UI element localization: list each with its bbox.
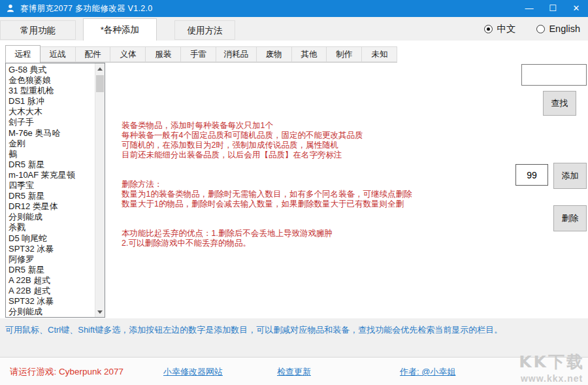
- list-item[interactable]: DS1 脉冲: [6, 96, 95, 107]
- main-tab[interactable]: 使用方法: [174, 20, 235, 40]
- instruction-line: 装备类物品，添加时每种装备每次只加1个: [122, 121, 412, 131]
- list-item[interactable]: DR5 新星: [6, 159, 95, 170]
- category-tab[interactable]: 消耗品: [216, 46, 257, 62]
- instruction-line: 每种装备一般有4个固定品质和可随机品质，固定的不能更改其品质: [122, 131, 412, 141]
- category-tab[interactable]: 义体: [110, 46, 146, 62]
- instruction-line: 目前还未能细分出装备品质，以后会用【品质】在名字旁标注: [122, 150, 412, 160]
- list-item[interactable]: 鵺: [6, 149, 95, 159]
- website-link[interactable]: 小幸修改器网站: [163, 366, 223, 378]
- instruction-line: 2.可以删除游戏中不能丢弃的物品。: [122, 239, 412, 248]
- category-tab[interactable]: 废物: [257, 46, 292, 62]
- list-item[interactable]: SPT32 冰暴: [6, 244, 95, 254]
- radio-chinese[interactable]: 中文: [484, 23, 515, 35]
- weapon-list: G-58 典式金色狼婆娘31 型重机枪DS1 脉冲大木大木刽子手M-76e 奥马…: [6, 63, 95, 317]
- list-item[interactable]: A 22B 超式: [6, 275, 95, 286]
- scrollbar[interactable]: [95, 63, 105, 317]
- category-tab[interactable]: 未知: [362, 46, 397, 62]
- footer-bar: 请运行游戏: Cyberpunk 2077 小幸修改器网站 检查更新 作者: @…: [0, 357, 588, 385]
- maximize-button[interactable]: ☐: [541, 0, 564, 17]
- instructions-text: 装备类物品，添加时每种装备每次只加1个每种装备一般有4个固定品质和可随机品质，固…: [122, 121, 412, 248]
- kkx-url: www.kkx.net: [519, 373, 585, 384]
- instruction-line: 删除方法：: [122, 180, 412, 190]
- radio-unselected-icon: [536, 25, 545, 33]
- list-item[interactable]: DR5 新星: [6, 191, 95, 201]
- category-tab[interactable]: 远程: [5, 45, 41, 63]
- minimize-button[interactable]: —: [517, 0, 541, 17]
- category-tab[interactable]: 服装: [146, 46, 181, 62]
- main-tab[interactable]: *各种添加: [83, 18, 157, 41]
- instruction-line: [122, 160, 412, 170]
- search-input[interactable]: [521, 64, 587, 86]
- list-item[interactable]: M-76e 奥马哈: [6, 128, 95, 139]
- radio-english-label: English: [549, 24, 580, 34]
- window-controls: — ☐ ✕: [517, 0, 588, 17]
- add-button[interactable]: 添加: [553, 163, 587, 189]
- list-item[interactable]: 金刚: [6, 139, 95, 149]
- instruction-line: [122, 170, 412, 180]
- radio-chinese-label: 中文: [497, 23, 515, 35]
- list-item[interactable]: D5 响尾蛇: [6, 233, 95, 244]
- list-item[interactable]: A 22B 超式: [6, 286, 95, 296]
- instruction-line: 本功能比起丢弃的优点：1.删除后不会丢地上导致游戏臃肿: [122, 229, 412, 239]
- scroll-up-icon[interactable]: [95, 63, 105, 74]
- list-item[interactable]: 四季宝: [6, 180, 95, 191]
- instruction-line: 数量大于1的物品，删除时会减去输入数量，如果删除数量大于已有数量则全删: [122, 199, 412, 209]
- update-link[interactable]: 检查更新: [277, 366, 311, 378]
- titlebar: 赛博朋克2077 多功能修改器 V1.2.0 — ☐ ✕: [0, 0, 588, 17]
- category-tab[interactable]: 配件: [76, 46, 111, 62]
- radio-selected-icon: [484, 25, 493, 33]
- weapon-listbox: G-58 典式金色狼婆娘31 型重机枪DS1 脉冲大木大木刽子手M-76e 奥马…: [5, 63, 105, 318]
- list-item[interactable]: G-58 典式: [6, 65, 95, 75]
- list-item[interactable]: 阿修罗: [6, 254, 95, 265]
- run-game-text: 请运行游戏: Cyberpunk 2077: [10, 366, 123, 378]
- instruction-line: [122, 209, 412, 219]
- radio-english[interactable]: English: [536, 24, 580, 34]
- language-switch: 中文 English: [484, 17, 580, 41]
- author-link[interactable]: 作者: @小幸姐: [400, 366, 455, 378]
- scrollbar-thumb[interactable]: [96, 75, 104, 92]
- window-title: 赛博朋克2077 多功能修改器 V1.2.0: [20, 3, 153, 14]
- list-item[interactable]: SPT32 冰暴: [6, 296, 95, 307]
- hint-text: 可用鼠标、Ctrl键、Shift键多选，添加按钮左边的数字是添加数目，可以删减对…: [5, 324, 514, 335]
- list-item[interactable]: 大木大木: [6, 107, 95, 117]
- instruction-line: 数量为1的装备类物品，删除时无需输入数目，如有多个同名装备，可继续点删除: [122, 190, 412, 199]
- delete-button[interactable]: 删除: [553, 205, 587, 231]
- main-tab[interactable]: 常用功能: [0, 20, 76, 40]
- list-item[interactable]: DR12 类星体: [6, 201, 95, 212]
- list-item[interactable]: 31 型重机枪: [6, 86, 95, 96]
- content-panel: 远程近战配件义体服装手雷消耗品废物其他制作未知 G-58 典式金色狼婆娘31 型…: [0, 41, 588, 318]
- category-tab[interactable]: 近战: [41, 46, 76, 62]
- list-item[interactable]: 刽子手: [6, 117, 95, 127]
- category-tab[interactable]: 制作: [327, 46, 362, 62]
- find-button[interactable]: 查找: [543, 91, 576, 116]
- kkx-logo: KK下载: [519, 351, 585, 373]
- watermark: KK下载 www.kkx.net: [519, 351, 585, 384]
- category-tab[interactable]: 手雷: [181, 46, 216, 62]
- category-tab-bar: 远程近战配件义体服装手雷消耗品废物其他制作未知: [5, 45, 397, 63]
- list-item[interactable]: DR5 新星: [6, 265, 95, 275]
- instruction-line: [122, 219, 412, 229]
- category-tab[interactable]: 其他: [292, 46, 327, 62]
- list-item[interactable]: 分则能成: [6, 307, 95, 317]
- close-button[interactable]: ✕: [564, 0, 588, 17]
- list-item[interactable]: m-10AF 莱克星顿: [6, 170, 95, 180]
- list-item[interactable]: 金色狼婆娘: [6, 75, 95, 86]
- list-item[interactable]: 杀戮: [6, 222, 95, 233]
- scroll-down-icon[interactable]: [95, 307, 105, 317]
- list-item[interactable]: 分则能成: [6, 212, 95, 222]
- quantity-input[interactable]: [515, 164, 548, 186]
- app-icon: [6, 4, 15, 13]
- instruction-line: 可随机的，在添加数目为2时，强制加成传说品质，属性随机: [122, 141, 412, 150]
